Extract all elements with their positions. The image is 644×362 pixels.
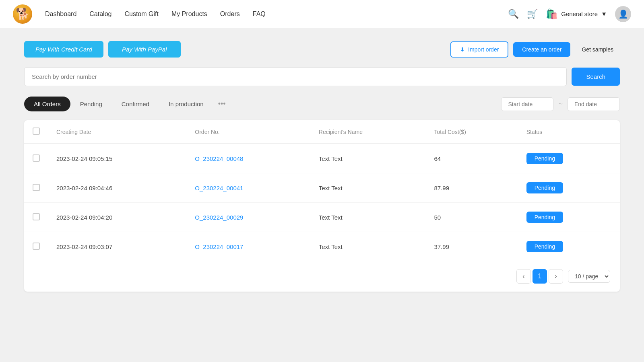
row-checkbox-1[interactable] <box>33 184 40 191</box>
nav-orders[interactable]: Orders <box>220 9 240 19</box>
col-total-cost: Total Cost($) <box>426 120 518 144</box>
pay-credit-card-button[interactable]: Pay With Credit Card <box>24 41 103 58</box>
main-content: Pay With Credit Card Pay With PayPal ⬇ I… <box>0 28 644 362</box>
page-1-button[interactable]: 1 <box>533 269 547 284</box>
cell-order-no-2[interactable]: O_230224_00029 <box>187 203 310 232</box>
table-row: 2023-02-24 09:03:07 O_230224_00017 Text … <box>24 232 620 261</box>
cell-order-no-3[interactable]: O_230224_00017 <box>187 232 310 261</box>
cell-order-no-0[interactable]: O_230224_00048 <box>187 144 310 173</box>
table-row: 2023-02-24 09:04:46 O_230224_00041 Text … <box>24 173 620 203</box>
chevron-down-icon: ▼ <box>601 10 607 17</box>
tab-confirmed[interactable]: Confirmed <box>112 97 159 111</box>
prev-page-button[interactable]: ‹ <box>516 269 531 284</box>
date-separator: ~ <box>558 100 563 108</box>
select-all-checkbox[interactable] <box>33 128 40 135</box>
search-bar: Search <box>24 67 620 86</box>
orders-table: Creating Date Order No. Recipient's Name… <box>24 120 620 261</box>
cell-status-3: Pending <box>518 232 620 261</box>
nav-faq[interactable]: FAQ <box>253 9 266 19</box>
cell-cost-0: 64 <box>426 144 518 173</box>
navbar: Dashboard Catalog Custom Gift My Product… <box>0 0 644 28</box>
date-filters: ~ <box>501 97 620 111</box>
orders-table-card: Creating Date Order No. Recipient's Name… <box>24 120 620 292</box>
status-badge-2: Pending <box>526 212 563 223</box>
cell-recipient-0: Text Text <box>311 144 426 173</box>
tab-all-orders[interactable]: All Orders <box>24 97 70 111</box>
cell-status-2: Pending <box>518 203 620 232</box>
start-date-input[interactable] <box>501 97 553 111</box>
pay-paypal-button[interactable]: Pay With PayPal <box>108 41 181 58</box>
nav-dashboard[interactable]: Dashboard <box>45 9 76 19</box>
cart-icon[interactable]: 🛒 <box>527 9 538 19</box>
tab-in-production[interactable]: In production <box>159 97 213 111</box>
col-creating-date: Creating Date <box>48 120 187 144</box>
cell-date-0: 2023-02-24 09:05:15 <box>48 144 187 173</box>
end-date-input[interactable] <box>568 97 620 111</box>
cell-recipient-2: Text Text <box>311 203 426 232</box>
col-order-no: Order No. <box>187 120 310 144</box>
cell-cost-1: 87.99 <box>426 173 518 203</box>
per-page-select[interactable]: 10 / page 20 / page 50 / page <box>568 270 610 283</box>
cell-cost-2: 50 <box>426 203 518 232</box>
cell-date-2: 2023-02-24 09:04:20 <box>48 203 187 232</box>
table-row: 2023-02-24 09:04:20 O_230224_00029 Text … <box>24 203 620 232</box>
status-badge-0: Pending <box>526 153 563 164</box>
col-status: Status <box>518 120 620 144</box>
search-input[interactable] <box>24 67 567 86</box>
logo[interactable] <box>13 4 32 24</box>
cell-order-no-1[interactable]: O_230224_00041 <box>187 173 310 203</box>
pay-buttons: Pay With Credit Card Pay With PayPal <box>24 41 181 58</box>
search-icon[interactable]: 🔍 <box>508 9 519 19</box>
row-checkbox-2[interactable] <box>33 213 40 220</box>
pagination: ‹ 1 › 10 / page 20 / page 50 / page <box>24 261 620 292</box>
table-row: 2023-02-24 09:05:15 O_230224_00048 Text … <box>24 144 620 173</box>
store-name: General store <box>561 10 598 17</box>
cell-status-0: Pending <box>518 144 620 173</box>
get-samples-button[interactable]: Get samples <box>575 42 620 57</box>
more-tabs-icon[interactable]: ••• <box>213 96 231 112</box>
row-checkbox-0[interactable] <box>33 154 40 162</box>
cell-status-1: Pending <box>518 173 620 203</box>
import-icon: ⬇ <box>460 46 465 53</box>
store-selector[interactable]: 🛍️ General store ▼ <box>546 8 607 20</box>
top-bar: Pay With Credit Card Pay With PayPal ⬇ I… <box>24 41 620 58</box>
row-checkbox-3[interactable] <box>33 243 40 250</box>
status-badge-1: Pending <box>526 182 563 193</box>
nav-catalog[interactable]: Catalog <box>89 9 111 19</box>
store-bag-icon: 🛍️ <box>546 8 558 20</box>
nav-custom-gift[interactable]: Custom Gift <box>124 9 158 19</box>
create-order-button[interactable]: Create an order <box>513 42 570 57</box>
cell-date-1: 2023-02-24 09:04:46 <box>48 173 187 203</box>
status-badge-3: Pending <box>526 241 563 252</box>
import-order-button[interactable]: ⬇ Import order <box>450 41 508 58</box>
table-header: Creating Date Order No. Recipient's Name… <box>24 120 620 144</box>
nav-my-products[interactable]: My Products <box>171 9 207 19</box>
tab-pending[interactable]: Pending <box>70 97 112 111</box>
table-body: 2023-02-24 09:05:15 O_230224_00048 Text … <box>24 144 620 261</box>
cell-cost-3: 37.99 <box>426 232 518 261</box>
cell-date-3: 2023-02-24 09:03:07 <box>48 232 187 261</box>
nav-links: Dashboard Catalog Custom Gift My Product… <box>45 9 508 19</box>
action-buttons: ⬇ Import order Create an order Get sampl… <box>450 41 620 58</box>
avatar[interactable]: 👤 <box>615 6 631 22</box>
search-button[interactable]: Search <box>572 68 620 86</box>
next-page-button[interactable]: › <box>549 269 563 284</box>
cell-recipient-1: Text Text <box>311 173 426 203</box>
cell-recipient-3: Text Text <box>311 232 426 261</box>
col-recipient: Recipient's Name <box>311 120 426 144</box>
tabs-row: All Orders Pending Confirmed In producti… <box>24 96 620 112</box>
nav-actions: 🔍 🛒 🛍️ General store ▼ 👤 <box>508 6 631 22</box>
